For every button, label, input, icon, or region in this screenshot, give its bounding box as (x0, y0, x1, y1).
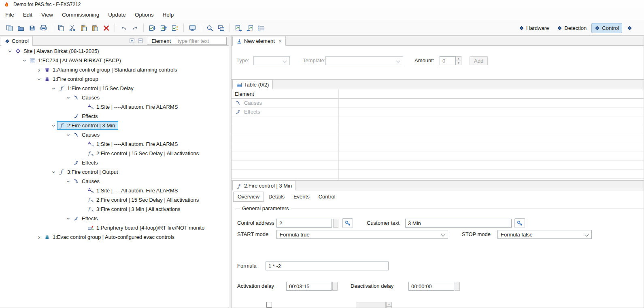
tree-node[interactable]: Causes (0, 93, 229, 102)
filter-column-selector[interactable]: Element (147, 38, 175, 44)
tree-node[interactable]: 1:Site | ----All autom. Fire ALARMS (0, 139, 229, 149)
perspective-tab-control[interactable]: Control (591, 23, 622, 33)
export-button[interactable] (233, 23, 244, 33)
type-dropdown[interactable] (253, 56, 290, 65)
download-config-button[interactable] (147, 23, 157, 33)
perspective-tab-clipped[interactable] (624, 23, 644, 33)
control-view-tab[interactable]: Control (1, 36, 33, 46)
close-icon[interactable]: × (278, 38, 282, 44)
expand-toggle[interactable] (36, 234, 43, 240)
menu-file[interactable]: File (1, 10, 19, 20)
amount-input[interactable] (440, 56, 456, 65)
init-config-button[interactable] (170, 23, 180, 33)
expand-toggle[interactable] (65, 131, 72, 138)
tree-node[interactable]: ƒ2:Fire control | 3 Min (0, 121, 229, 130)
expand-toggle[interactable] (65, 178, 72, 185)
table-column-header[interactable]: Element (232, 89, 644, 99)
menu-view[interactable]: View (37, 10, 57, 20)
formula-input[interactable] (266, 262, 389, 270)
tree-node[interactable]: ƒ2:Fire control | 15 Sec Delay | All act… (0, 195, 229, 205)
tree-node[interactable]: ƒ3:Fire control | 3 Min | All activation… (0, 205, 229, 214)
expand-toggle[interactable] (6, 48, 13, 55)
undo-button[interactable] (118, 23, 129, 33)
partial-dropdown[interactable] (357, 302, 386, 308)
search-button[interactable] (204, 23, 215, 33)
tree-node[interactable]: Effects (0, 158, 229, 167)
copy-button[interactable] (55, 23, 66, 33)
tab-events[interactable]: Events (289, 192, 314, 202)
upload-config-button[interactable] (158, 23, 169, 33)
tree-node[interactable]: 1:Fire control group (0, 74, 229, 84)
paste-special-button[interactable] (89, 23, 100, 33)
expand-toggle[interactable] (65, 215, 72, 222)
tree-node[interactable]: ƒ2:Fire control | 15 Sec Delay | All act… (0, 149, 229, 158)
deactivation-delay-aux-button[interactable] (455, 282, 460, 291)
tree-node[interactable]: 1:Periphery board (4-loop)/RT fire/NOT m… (0, 223, 229, 232)
tree-node[interactable]: 1:FC724 | ALAVAN BIRKAT (FACP) (0, 56, 229, 65)
perspective-tab-detection[interactable]: Detection (554, 23, 590, 33)
tab-overview[interactable]: Overview (233, 192, 264, 202)
paste-button[interactable] (78, 23, 89, 33)
tree-node[interactable]: 1:Evac control group | Auto-configured e… (0, 232, 229, 242)
expand-toggle[interactable] (21, 57, 28, 64)
spinner-up-icon[interactable]: ▴ (386, 302, 392, 307)
menu-options[interactable]: Options (130, 10, 158, 20)
control-address-assign-button[interactable] (342, 218, 353, 228)
expand-toggle[interactable] (36, 66, 43, 73)
tree-node[interactable]: 1:Alarming control group | Standard alar… (0, 65, 229, 74)
tree-node[interactable]: ƒ1:Fire control | 15 Sec Delay (0, 84, 229, 93)
deactivation-delay-input[interactable] (408, 282, 454, 291)
template-dropdown[interactable] (325, 56, 403, 65)
table-row[interactable]: Effects (232, 108, 644, 116)
menu-commissioning[interactable]: Commissioning (57, 10, 104, 20)
cut-button[interactable] (67, 23, 77, 33)
start-mode-dropdown[interactable]: Formula true (276, 230, 448, 239)
print-button[interactable] (38, 23, 49, 33)
table-tab[interactable]: Table (0/2) (232, 80, 273, 89)
open-button[interactable] (15, 23, 26, 33)
menu-update[interactable]: Update (104, 10, 130, 20)
partial-checkbox[interactable] (266, 302, 272, 308)
expand-toggle[interactable] (65, 94, 72, 101)
tree-node[interactable]: Effects (0, 112, 229, 121)
activation-delay-aux-button[interactable] (332, 282, 338, 291)
expand-toggle[interactable] (36, 76, 43, 82)
editor-tab[interactable]: ƒ 2:Fire control | 3 Min (232, 181, 296, 190)
tree-node[interactable]: Effects (0, 214, 229, 223)
spinner-down-icon[interactable]: ▾ (386, 307, 392, 308)
import-button[interactable] (244, 23, 255, 33)
expand-all-button[interactable] (128, 37, 136, 44)
delete-button[interactable] (101, 23, 111, 33)
control-address-input[interactable] (276, 219, 332, 228)
customer-text-input[interactable] (405, 219, 512, 228)
customer-text-assign-button[interactable] (514, 218, 525, 228)
tab-details[interactable]: Details (264, 192, 289, 202)
control-address-aux-button[interactable] (333, 219, 338, 228)
perspective-tab-hardware[interactable]: Hardware (516, 23, 552, 33)
tree-node[interactable]: 1:Site | ----All autom. Fire ALARMS (0, 102, 229, 112)
new-element-tab[interactable]: New element × (232, 36, 286, 46)
expand-toggle[interactable] (50, 85, 57, 92)
tree-node[interactable]: Site | Alavan Birkat (08-11-2025) (0, 46, 229, 56)
expand-toggle[interactable] (50, 169, 57, 175)
tab-control[interactable]: Control (314, 192, 340, 202)
tree-node[interactable]: ƒ3:Fire control | Output (0, 167, 229, 177)
table-row[interactable]: Causes (232, 99, 644, 108)
tree-node[interactable]: 1:Site | ----All autom. Fire ALARMS (0, 186, 229, 195)
menu-help[interactable]: Help (158, 10, 178, 20)
collapse-all-button[interactable] (137, 37, 144, 44)
filter-input[interactable] (175, 37, 226, 44)
tree-node[interactable]: Causes (0, 130, 229, 139)
tree-node[interactable]: Causes (0, 177, 229, 186)
expand-toggle[interactable] (50, 122, 57, 129)
redo-button[interactable] (130, 23, 140, 33)
stop-mode-dropdown[interactable]: Formula false (497, 230, 592, 239)
spinner-up-icon[interactable]: ▴ (456, 56, 461, 61)
spinner-down-icon[interactable]: ▾ (456, 61, 461, 65)
compare-button[interactable] (216, 23, 226, 33)
transfer-button[interactable] (4, 23, 15, 33)
console-button[interactable] (187, 23, 198, 33)
task-list-button[interactable] (256, 23, 266, 33)
activation-delay-input[interactable] (286, 282, 332, 291)
add-button[interactable]: Add (470, 56, 488, 65)
